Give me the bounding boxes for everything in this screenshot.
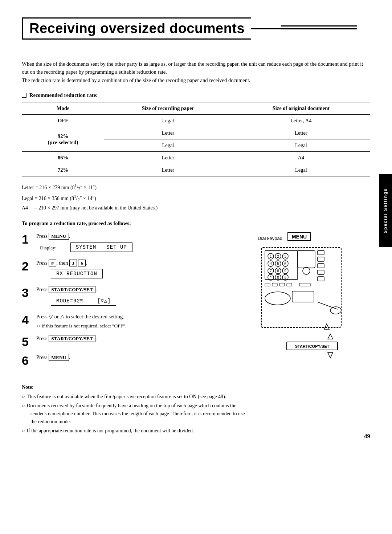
step-content-1: Press MENU. Display: SYSTEM SET UP — [36, 232, 247, 253]
svg-rect-26 — [318, 250, 324, 255]
svg-line-40 — [318, 302, 338, 309]
step-content-4: Press ▽ or △ to select the desired setti… — [36, 313, 247, 329]
note-section: Note: ○ This feature is not available wh… — [22, 383, 370, 435]
mode-off: OFF — [22, 115, 104, 127]
dial-keypad-label: Dial keypad — [258, 236, 282, 241]
table-notes: Letter = 216 × 279 mm (81/2″ × 11″) Lega… — [22, 182, 370, 212]
step-5-text: Press START/COPY/SET. — [36, 335, 247, 343]
step-5: 5 Press START/COPY/SET. — [22, 335, 247, 348]
display-label: Display: — [40, 245, 57, 251]
original-letter: Letter — [232, 127, 370, 139]
page: Receiving oversized documents When the s… — [0, 0, 392, 453]
svg-text:7: 7 — [270, 269, 272, 273]
original-letter-a4: Letter, A4 — [232, 115, 370, 127]
note-title: Note: — [22, 383, 370, 391]
section-header: Recommended reduction rate: — [22, 92, 370, 98]
special-settings-tab: Special Settings — [379, 174, 392, 247]
svg-rect-27 — [318, 257, 324, 261]
svg-text:2: 2 — [277, 254, 279, 258]
step-1-text: Press MENU. — [36, 232, 247, 240]
step-4-text: Press ▽ or △ to select the desired setti… — [36, 313, 247, 321]
step-6: 6 Press MENU. — [22, 354, 247, 367]
step-4-sub: ○ If this feature is not required, selec… — [37, 323, 247, 329]
svg-rect-0 — [261, 248, 341, 327]
step-number-5: 5 — [22, 335, 33, 348]
table-header-recording: Size of recording paper — [104, 102, 232, 115]
instructions-left: 1 Press MENU. Display: SYSTEM SET UP 2 P… — [22, 232, 247, 372]
svg-text:START/COPY/SET: START/COPY/SET — [295, 344, 330, 348]
step-2-text: Press #, then 3 6. — [36, 259, 247, 267]
intro-text: When the size of the documents sent by t… — [22, 60, 370, 84]
step-6-text: Press MENU. — [36, 354, 247, 362]
original-a4: A4 — [232, 152, 370, 164]
svg-rect-35 — [279, 283, 285, 286]
step-3-display: MODE=92% [▽△] — [51, 296, 116, 306]
svg-text:3: 3 — [284, 254, 286, 258]
table-row: 86% Letter A4 — [22, 152, 370, 164]
step-content-3: Press START/COPY/SET. MODE=92% [▽△] — [36, 286, 247, 307]
table-header-original: Size of original document — [232, 102, 370, 115]
mode-86: 86% — [22, 152, 104, 164]
table-note-a4: A4 = 210 × 297 mm (may not be available … — [22, 204, 370, 212]
svg-point-32 — [303, 267, 310, 274]
table-note-letter: Letter = 216 × 279 mm (81/2″ × 11″) — [22, 182, 370, 193]
step-1: 1 Press MENU. Display: SYSTEM SET UP — [22, 232, 247, 253]
svg-text:1: 1 — [270, 254, 272, 258]
step-number-1: 1 — [22, 233, 33, 245]
original-legal: Legal — [232, 139, 370, 152]
table-header-mode: Mode — [22, 102, 104, 115]
svg-text:5: 5 — [277, 262, 279, 266]
table-row: OFF Legal Letter, A4 — [22, 115, 370, 127]
step-content-2: Press #, then 3 6. RX REDUCTION — [36, 259, 247, 280]
svg-rect-31 — [298, 250, 315, 268]
step-2-display: RX REDUCTION — [51, 269, 103, 278]
svg-rect-29 — [318, 270, 324, 274]
page-number: 49 — [364, 433, 370, 440]
svg-point-41 — [330, 307, 341, 314]
svg-point-38 — [265, 292, 290, 305]
note-item-3: ○ If the appropriate reduction rate is n… — [22, 427, 370, 435]
table-row: 72% Letter Legal — [22, 164, 370, 176]
step-number-2: 2 — [22, 260, 33, 272]
step-4: 4 Press ▽ or △ to select the desired set… — [22, 313, 247, 329]
svg-rect-33 — [265, 283, 270, 286]
reduction-table: Mode Size of recording paper Size of ori… — [22, 102, 370, 176]
recording-letter2: Letter — [104, 152, 232, 164]
original-legal2: Legal — [232, 164, 370, 176]
step-number-6: 6 — [22, 354, 33, 367]
checkbox-icon — [22, 93, 26, 98]
svg-rect-28 — [318, 264, 324, 268]
svg-rect-39 — [292, 291, 314, 302]
svg-text:9: 9 — [284, 269, 286, 273]
procedure-title: To program a reduction rate, proceed as … — [22, 220, 370, 227]
recording-legal: Legal — [104, 115, 232, 127]
svg-text:4: 4 — [270, 262, 272, 266]
device-svg: 1 2 3 4 5 6 7 8 9 — [258, 244, 363, 367]
svg-text:6: 6 — [284, 262, 286, 266]
step-3: 3 Press START/COPY/SET. MODE=92% [▽△] — [22, 286, 247, 307]
step-content-6: Press MENU. — [36, 354, 247, 364]
mode-92: 92%(pre-selected) — [22, 127, 104, 152]
svg-rect-30 — [318, 277, 324, 281]
svg-marker-45 — [328, 334, 333, 339]
svg-text:*: * — [270, 276, 271, 280]
section-label: Recommended reduction rate: — [29, 92, 98, 98]
svg-text:#: # — [284, 276, 286, 280]
instructions-layout: 1 Press MENU. Display: SYSTEM SET UP 2 P… — [22, 232, 370, 372]
step-1-display: SYSTEM SET UP — [70, 242, 132, 252]
recording-legal2: Legal — [104, 139, 232, 152]
svg-rect-36 — [287, 283, 292, 286]
note-item-1: ○ This feature is not available when the… — [22, 393, 370, 401]
svg-marker-42 — [324, 324, 329, 329]
recording-letter3: Letter — [104, 164, 232, 176]
menu-key-label: MENU — [287, 232, 311, 241]
mode-72: 72% — [22, 164, 104, 176]
page-title: Receiving oversized documents — [22, 17, 251, 40]
svg-rect-34 — [272, 283, 277, 286]
table-row: 92%(pre-selected) Letter Letter — [22, 127, 370, 139]
svg-marker-46 — [328, 352, 333, 358]
svg-text:8: 8 — [277, 269, 279, 273]
recording-letter: Letter — [104, 127, 232, 139]
note-item-2: ○ Documents received by facsimile freque… — [22, 402, 370, 426]
svg-rect-37 — [299, 283, 310, 286]
